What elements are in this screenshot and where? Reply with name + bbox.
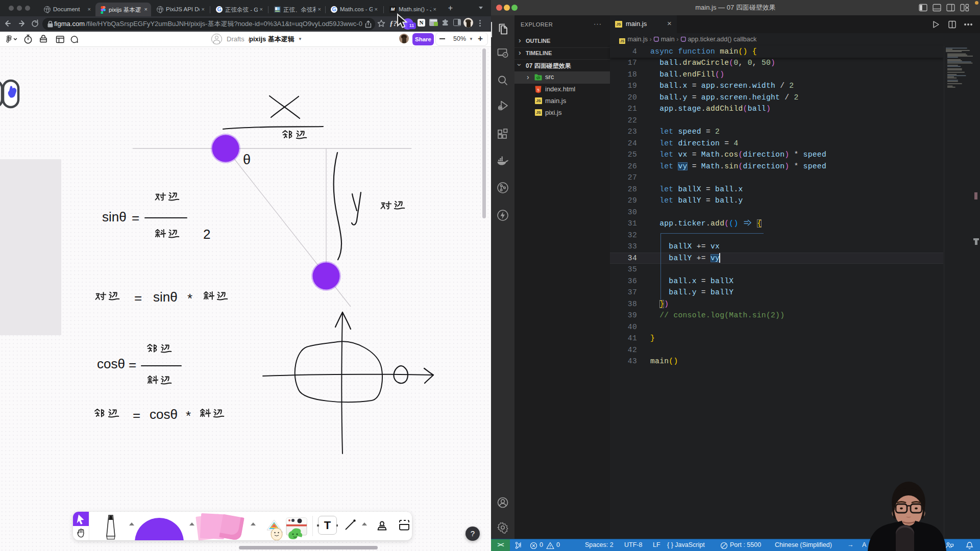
svg-text:5: 5 bbox=[537, 88, 540, 92]
